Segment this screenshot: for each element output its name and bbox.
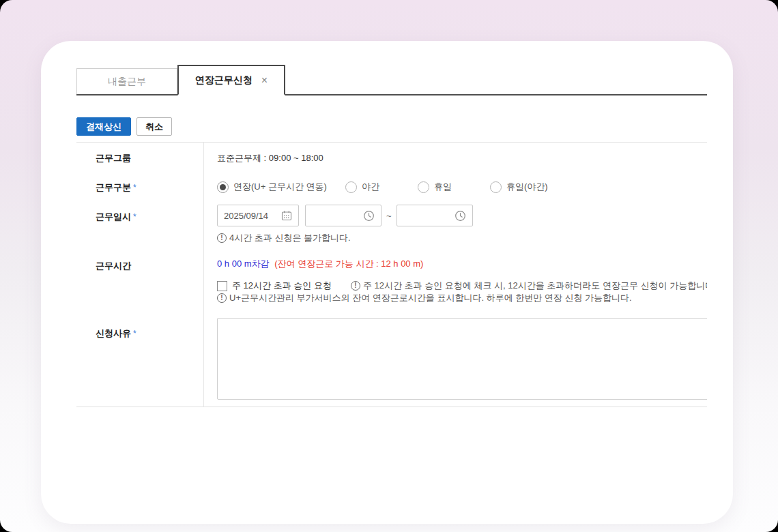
calendar-icon xyxy=(281,210,292,221)
required-mark: * xyxy=(133,212,136,222)
work-datetime-row: 근무일시* 2025/09/14 xyxy=(76,201,707,250)
radio-option-label: 휴일 xyxy=(434,181,452,193)
reason-label: 신청사유 xyxy=(96,328,131,338)
time-to-input[interactable] xyxy=(397,205,473,226)
info-icon: ! xyxy=(351,281,360,291)
overtime-request-form: 근무그룹 표준근무제 : 09:00 ~ 18:00 근무구분* 연장(U+ 근… xyxy=(76,142,707,407)
radio-unselected-icon xyxy=(490,181,502,193)
over-12h-notice-line: ! 주 12시간 초과 승인 요청에 체크 시, 12시간을 초과하더라도 연장… xyxy=(351,280,707,292)
tab-overtime-label: 연장근무신청 xyxy=(195,74,253,87)
over-12h-notice: 주 12시간 초과 승인 요청에 체크 시, 12시간을 초과하더라도 연장근무… xyxy=(363,280,707,292)
reason-row: 신청사유* xyxy=(76,314,707,407)
close-icon[interactable]: × xyxy=(261,75,268,86)
work-group-label: 근무그룹 xyxy=(96,153,131,163)
radio-option-extended[interactable]: 연장(U+ 근무시간 연동) xyxy=(217,181,327,193)
radio-option-label: 휴일(야간) xyxy=(506,181,548,193)
clock-icon xyxy=(363,210,375,222)
radio-unselected-icon xyxy=(345,181,357,193)
info-icon: ! xyxy=(217,233,227,243)
date-input[interactable]: 2025/09/14 xyxy=(217,205,299,226)
remaining-time-text: (잔여 연장근로 가능 시간 : 12 h 00 m) xyxy=(274,258,423,269)
radio-option-holiday-night[interactable]: 휴일(야간) xyxy=(490,181,548,193)
work-time-label: 근무시간 xyxy=(96,261,131,271)
service-notice-line: ! U+근무시간관리 부가서비스의 잔여 연장근로시간을 표시합니다. 하루에 … xyxy=(217,292,707,304)
radio-selected-icon xyxy=(217,181,229,193)
max-hours-notice: 4시간 초과 신청은 불가합니다. xyxy=(229,232,351,244)
time-range-separator: ~ xyxy=(386,211,392,221)
submit-approval-button[interactable]: 결재상신 xyxy=(76,117,131,136)
info-icon: ! xyxy=(217,293,227,303)
work-type-row: 근무구분* 연장(U+ 근무시간 연동) 야간 xyxy=(76,173,707,201)
over-12h-checkbox-label: 주 12시간 초과 승인 요청 xyxy=(232,280,332,292)
radio-option-holiday[interactable]: 휴일 xyxy=(418,181,452,193)
radio-option-label: 야간 xyxy=(362,181,379,193)
work-time-row: 근무시간 0 h 00 m차감 (잔여 연장근로 가능 시간 : 12 h 00… xyxy=(76,250,707,314)
required-mark: * xyxy=(133,183,136,192)
service-notice: U+근무시간관리 부가서비스의 잔여 연장근로시간을 표시합니다. 하루에 한번… xyxy=(229,292,632,304)
tab-attendance[interactable]: 내출근부 xyxy=(76,68,177,94)
label-content-divider xyxy=(203,143,204,407)
radio-unselected-icon xyxy=(418,181,429,193)
work-datetime-label: 근무일시 xyxy=(96,211,131,222)
work-type-label: 근무구분 xyxy=(96,182,131,192)
date-value: 2025/09/14 xyxy=(224,211,268,221)
time-from-input[interactable] xyxy=(305,205,381,226)
work-group-value: 표준근무제 : 09:00 ~ 18:00 xyxy=(217,153,323,163)
work-group-row: 근무그룹 표준근무제 : 09:00 ~ 18:00 xyxy=(76,143,707,173)
reason-textarea[interactable] xyxy=(217,318,707,400)
clock-icon xyxy=(455,210,466,222)
radio-option-night[interactable]: 야간 xyxy=(345,181,379,193)
required-mark: * xyxy=(133,329,136,338)
over-12h-approval-checkbox[interactable]: 주 12시간 초과 승인 요청 xyxy=(217,280,332,292)
checkbox-icon xyxy=(217,281,227,291)
tab-strip: 내출근부 연장근무신청 × xyxy=(76,65,707,95)
tab-overtime-request[interactable]: 연장근무신청 × xyxy=(177,65,285,95)
toolbar: 결재상신 취소 xyxy=(76,117,707,136)
main-panel: 내출근부 연장근무신청 × 결재상신 취소 근무그룹 표준근무제 : 09:00… xyxy=(41,41,733,524)
radio-option-label: 연장(U+ 근무시간 연동) xyxy=(233,181,327,193)
tab-attendance-label: 내출근부 xyxy=(108,76,146,88)
deduction-time-text: 0 h 00 m차감 xyxy=(217,258,270,269)
work-type-radio-group: 연장(U+ 근무시간 연동) 야간 휴일 휴일(야간) xyxy=(217,181,707,193)
cancel-button[interactable]: 취소 xyxy=(136,117,172,136)
